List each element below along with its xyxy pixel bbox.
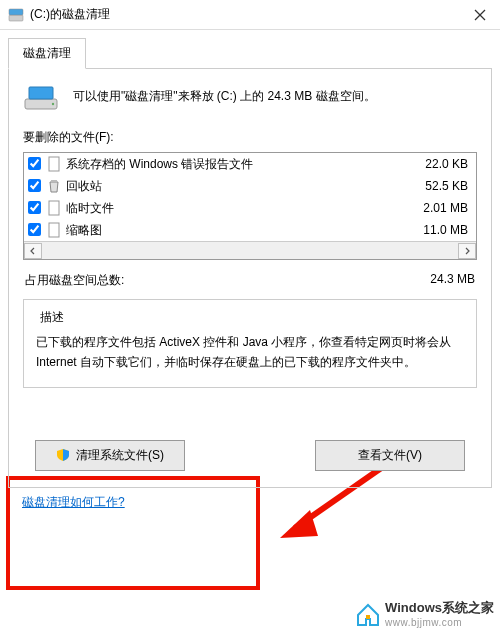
shield-icon [56,448,70,462]
button-label: 查看文件(V) [358,447,422,464]
svg-rect-5 [29,87,53,99]
file-name: 回收站 [66,178,398,195]
file-size: 52.5 KB [398,179,468,193]
scroll-right-arrow[interactable] [458,243,476,259]
scroll-left-arrow[interactable] [24,243,42,259]
view-files-button[interactable]: 查看文件(V) [315,440,465,471]
house-icon [355,601,381,627]
tab-panel: 可以使用"磁盘清理"来释放 (C:) 上的 24.3 MB 磁盘空间。 要删除的… [8,68,492,488]
chevron-left-icon [29,247,37,255]
file-list-item[interactable]: 临时文件 2.01 MB [24,197,476,219]
file-checkbox[interactable] [28,201,42,215]
svg-rect-8 [51,180,57,182]
watermark: Windows系统之家 www.bjjmw.com [355,599,494,628]
file-list: 系统存档的 Windows 错误报告文件 22.0 KB 回收站 52.5 KB… [23,152,477,260]
horizontal-scrollbar[interactable] [24,241,476,259]
file-size: 2.01 MB [398,201,468,215]
tab-disk-cleanup[interactable]: 磁盘清理 [8,38,86,69]
svg-rect-9 [49,201,59,215]
tab-label: 磁盘清理 [23,46,71,60]
file-list-item[interactable]: 回收站 52.5 KB [24,175,476,197]
watermark-text: Windows系统之家 www.bjjmw.com [385,599,494,628]
close-button[interactable] [460,1,500,29]
window-title: (C:)的磁盘清理 [30,6,460,23]
file-list-inner: 系统存档的 Windows 错误报告文件 22.0 KB 回收站 52.5 KB… [24,153,476,241]
file-checkbox[interactable] [28,157,42,171]
total-row: 占用磁盘空间总数: 24.3 MB [25,272,475,289]
watermark-url: www.bjjmw.com [385,617,494,628]
svg-point-6 [52,103,54,105]
file-checkbox[interactable] [28,223,42,237]
file-checkbox[interactable] [28,179,42,193]
svg-rect-13 [366,615,370,619]
description-title: 描述 [36,309,68,326]
file-name: 临时文件 [66,200,398,217]
description-text: 已下载的程序文件包括 ActiveX 控件和 Java 小程序，你查看特定网页时… [36,332,464,373]
total-value: 24.3 MB [430,272,475,289]
titlebar: (C:)的磁盘清理 [0,0,500,30]
chevron-right-icon [463,247,471,255]
file-name: 系统存档的 Windows 错误报告文件 [66,156,398,173]
link-row: 磁盘清理如何工作? [8,488,492,521]
description-fieldset: 描述 已下载的程序文件包括 ActiveX 控件和 Java 小程序，你查看特定… [23,299,477,388]
file-icon [46,156,62,172]
intro-text: 可以使用"磁盘清理"来释放 (C:) 上的 24.3 MB 磁盘空间。 [73,83,376,106]
close-icon [474,9,486,21]
button-row: 清理系统文件(S) 查看文件(V) [23,396,477,477]
file-list-item[interactable]: 系统存档的 Windows 错误报告文件 22.0 KB [24,153,476,175]
drive-mini-icon [8,7,24,23]
file-icon [46,200,62,216]
button-label: 清理系统文件(S) [76,447,164,464]
svg-rect-0 [9,15,23,21]
file-icon [46,222,62,238]
svg-rect-7 [49,157,59,171]
total-label: 占用磁盘空间总数: [25,272,430,289]
drive-icon [23,83,59,113]
recycle-icon [46,178,62,194]
file-size: 22.0 KB [398,157,468,171]
svg-rect-10 [49,223,59,237]
clean-system-files-button[interactable]: 清理系统文件(S) [35,440,185,471]
files-label: 要删除的文件(F): [23,129,477,146]
file-list-item[interactable]: 缩略图 11.0 MB [24,219,476,241]
tab-container: 磁盘清理 可以使用"磁盘清理"来释放 (C:) 上的 24.3 MB 磁盘空间。… [0,30,500,521]
file-name: 缩略图 [66,222,398,239]
how-it-works-link[interactable]: 磁盘清理如何工作? [22,495,125,509]
svg-rect-1 [9,9,23,15]
watermark-brand: Windows系统之家 [385,600,494,615]
intro-row: 可以使用"磁盘清理"来释放 (C:) 上的 24.3 MB 磁盘空间。 [23,83,477,113]
file-size: 11.0 MB [398,223,468,237]
